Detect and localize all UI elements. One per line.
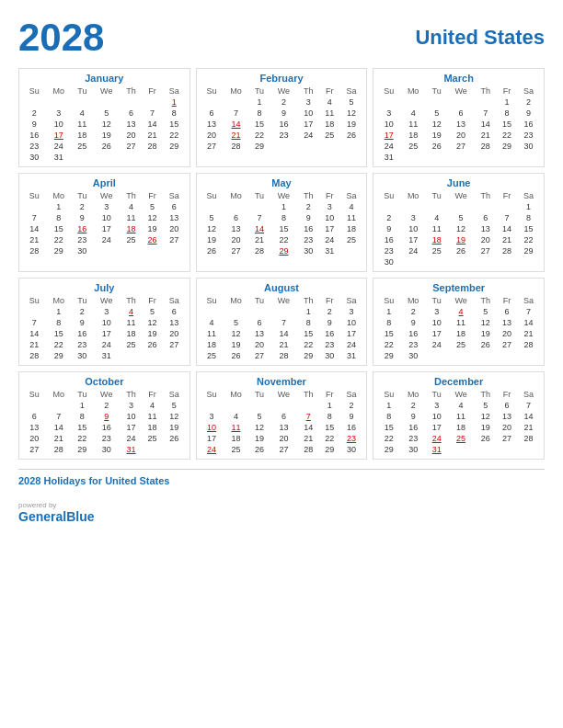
calendar-day bbox=[497, 444, 518, 455]
day-header: Su bbox=[377, 295, 400, 306]
calendar-day bbox=[46, 400, 72, 411]
calendar-day: 15 bbox=[249, 119, 270, 130]
month-table: SuMoTuWeThFrSa12345678910111213141516171… bbox=[377, 85, 540, 163]
calendar-day: 2 bbox=[377, 212, 400, 223]
calendar-day: 11 bbox=[426, 223, 447, 234]
day-header: Th bbox=[475, 389, 497, 400]
day-header: We bbox=[447, 295, 475, 306]
calendar-day: 5 bbox=[93, 108, 121, 119]
calendar-day: 4 bbox=[72, 108, 93, 119]
calendar-day: 21 bbox=[142, 130, 163, 141]
calendar-day: 24 bbox=[201, 444, 224, 455]
day-header: We bbox=[447, 389, 475, 400]
calendar-day: 29 bbox=[249, 141, 270, 152]
calendar-day: 9 bbox=[400, 317, 426, 328]
calendar-day bbox=[249, 400, 270, 411]
calendar-day: 20 bbox=[249, 339, 270, 350]
calendar-day bbox=[270, 400, 297, 411]
calendar-day: 5 bbox=[340, 97, 363, 108]
calendar-day: 26 bbox=[249, 444, 270, 455]
day-header: Tu bbox=[72, 295, 93, 306]
calendar-day bbox=[121, 245, 143, 256]
calendar-day: 14 bbox=[497, 223, 518, 234]
calendar-day: 15 bbox=[377, 328, 400, 339]
calendar-day: 23 bbox=[72, 339, 93, 350]
calendar-day: 26 bbox=[163, 433, 186, 444]
calendar-day bbox=[142, 152, 163, 163]
calendar-day: 2 bbox=[319, 306, 340, 317]
calendar-day bbox=[121, 152, 143, 163]
month-name: July bbox=[23, 282, 186, 293]
day-header: Fr bbox=[497, 389, 518, 400]
calendar-day bbox=[400, 152, 426, 163]
calendar-day: 28 bbox=[46, 444, 72, 455]
calendar-day: 25 bbox=[201, 350, 224, 361]
day-header: Tu bbox=[249, 295, 270, 306]
calendar-day: 9 bbox=[319, 317, 340, 328]
calendar-day bbox=[400, 97, 426, 108]
calendar-day: 16 bbox=[377, 234, 400, 245]
day-header: Sa bbox=[340, 295, 363, 306]
day-header: Sa bbox=[340, 190, 363, 201]
day-header: Su bbox=[23, 85, 46, 97]
calendar-day bbox=[163, 152, 186, 163]
calendar-day: 9 bbox=[517, 108, 540, 119]
calendar-day: 17 bbox=[426, 328, 447, 339]
calendar-day bbox=[93, 245, 121, 256]
page-header: 2028 United States bbox=[18, 18, 545, 57]
calendar-day bbox=[270, 141, 297, 152]
month-table: SuMoTuWeThFrSa12345678910111213141516171… bbox=[23, 85, 186, 163]
calendar-day: 6 bbox=[163, 306, 186, 317]
calendar-day: 12 bbox=[223, 328, 248, 339]
calendar-day: 27 bbox=[249, 350, 270, 361]
calendar-day bbox=[121, 97, 143, 108]
calendar-day: 18 bbox=[447, 422, 475, 433]
month-table: SuMoTuWeThFrSa12345678910111213141516171… bbox=[201, 85, 363, 152]
calendar-day: 14 bbox=[475, 119, 497, 130]
calendar-day: 11 bbox=[319, 108, 340, 119]
day-header: Tu bbox=[426, 190, 447, 201]
calendar-day bbox=[270, 306, 297, 317]
calendar-day: 24 bbox=[319, 234, 340, 245]
calendar-day: 19 bbox=[447, 234, 475, 245]
calendar-day bbox=[447, 97, 475, 108]
calendar-day: 3 bbox=[426, 306, 447, 317]
calendar-day: 28 bbox=[270, 350, 297, 361]
month-name: December bbox=[377, 376, 540, 387]
calendar-day: 3 bbox=[121, 400, 143, 411]
calendar-day: 20 bbox=[270, 433, 297, 444]
calendar-day: 29 bbox=[377, 444, 400, 455]
calendar-day: 7 bbox=[46, 411, 72, 422]
calendar-day: 5 bbox=[426, 108, 447, 119]
day-header: Tu bbox=[72, 389, 93, 400]
calendar-day: 28 bbox=[517, 339, 540, 350]
calendar-day: 27 bbox=[270, 444, 297, 455]
calendar-day: 13 bbox=[223, 223, 248, 234]
calendar-day: 29 bbox=[163, 141, 186, 152]
calendar-day: 8 bbox=[377, 411, 400, 422]
calendar-day: 28 bbox=[23, 245, 46, 256]
month-name: April bbox=[23, 177, 186, 188]
calendar-day bbox=[23, 306, 46, 317]
brand-blue: Blue bbox=[66, 509, 94, 524]
calendar-day: 25 bbox=[121, 234, 143, 245]
calendar-day: 25 bbox=[426, 245, 447, 256]
calendar-day: 26 bbox=[475, 339, 497, 350]
calendar-day: 24 bbox=[426, 433, 447, 444]
month-block: MarchSuMoTuWeThFrSa123456789101112131415… bbox=[373, 68, 545, 167]
calendar-day: 15 bbox=[163, 119, 186, 130]
calendar-day bbox=[475, 97, 497, 108]
calendar-day: 30 bbox=[297, 245, 319, 256]
day-header: Su bbox=[201, 190, 224, 201]
calendar-day: 16 bbox=[270, 119, 297, 130]
calendar-day: 5 bbox=[447, 212, 475, 223]
calendar-day: 9 bbox=[270, 108, 297, 119]
day-header: Tu bbox=[426, 85, 447, 97]
calendar-day: 17 bbox=[426, 422, 447, 433]
month-block: AugustSuMoTuWeThFrSa12345678910111213141… bbox=[196, 278, 368, 366]
calendar-day: 19 bbox=[340, 119, 363, 130]
calendar-day: 1 bbox=[72, 400, 93, 411]
calendar-day: 4 bbox=[319, 97, 340, 108]
calendar-day: 15 bbox=[297, 328, 319, 339]
calendar-day bbox=[93, 97, 121, 108]
